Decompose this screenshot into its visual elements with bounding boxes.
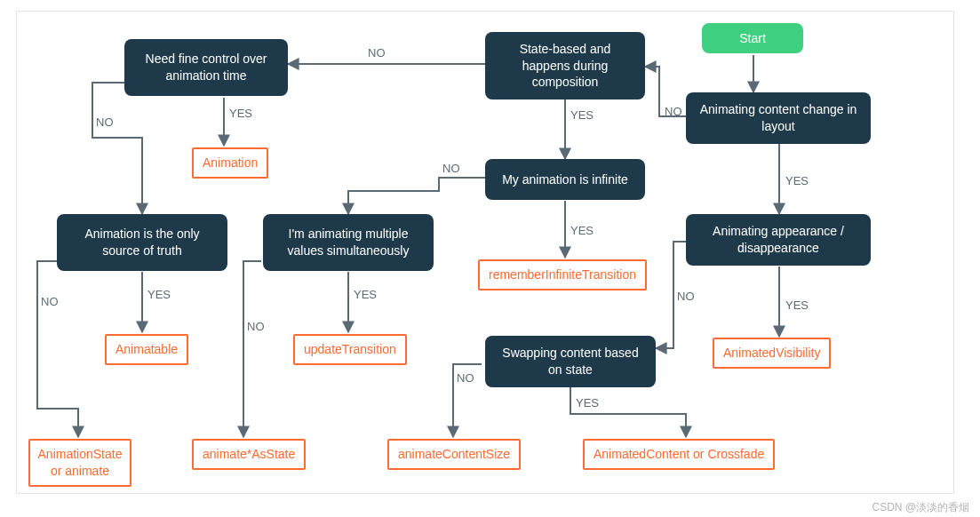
ans-animatable: Animatable <box>105 334 188 365</box>
q-fine-control: Need fine control over animation time <box>124 39 288 96</box>
q-appearance: Animating appearance / disappearance <box>686 214 871 266</box>
q-only-source-truth: Animation is the only source of truth <box>57 214 227 271</box>
edge-label: YES <box>229 107 252 120</box>
edge-label: NO <box>457 371 474 385</box>
edge-label: NO <box>247 320 265 333</box>
q-state-based: State-based and happens during compositi… <box>485 32 645 99</box>
ans-animatedcontent-crossfd: AnimatedContent or Crossfade <box>583 439 775 470</box>
edge-label: NO <box>442 162 460 175</box>
edge-label: NO <box>368 46 386 60</box>
edge-label: YES <box>354 288 377 301</box>
ans-animationstate: AnimationState or animate <box>28 439 131 487</box>
edge-label: NO <box>96 115 114 129</box>
q-multiple-values: I'm animating multiple values simultaneo… <box>263 214 434 271</box>
edge-label: YES <box>570 224 594 237</box>
watermark: CSDN @淡淡的香烟 <box>872 500 969 515</box>
q-infinite: My animation is infinite <box>485 159 645 200</box>
ans-updatetransition: updateTransition <box>293 334 407 365</box>
edge-label: YES <box>570 108 594 122</box>
q-animating-layout: Animating content change in layout <box>686 92 871 144</box>
ans-animate-asstate: animate*AsState <box>192 439 306 470</box>
ans-animated-visibility: AnimatedVisibility <box>713 338 831 369</box>
start-node: Start <box>702 23 803 53</box>
edge-label: YES <box>785 298 809 312</box>
edge-label: NO <box>677 290 695 303</box>
ans-animatecontentsize: animateContentSize <box>387 439 521 470</box>
edge-label: YES <box>785 174 809 187</box>
edge-label: NO <box>41 295 59 308</box>
ans-rememberinfinite: rememberInfiniteTransition <box>478 259 647 290</box>
edge-label: YES <box>576 396 599 410</box>
edge-label: YES <box>147 288 171 301</box>
ans-animation: Animation <box>192 147 268 179</box>
q-swapping-content: Swapping content based on state <box>485 336 656 387</box>
edge-label: NO <box>665 105 682 118</box>
